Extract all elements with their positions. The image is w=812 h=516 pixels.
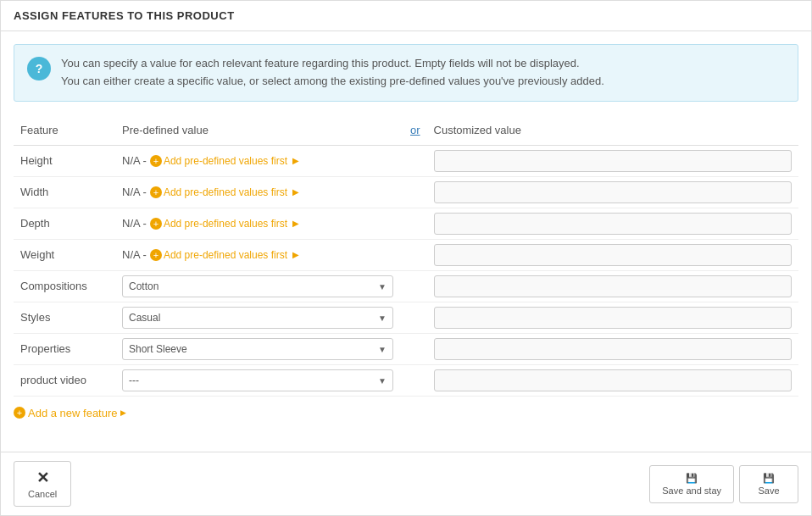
page-header: ASSIGN FEATURES TO THIS PRODUCT [1,1,811,31]
custom-cell [427,364,798,396]
custom-value-input[interactable] [434,338,792,360]
na-text: N/A - [122,217,147,230]
page-title: ASSIGN FEATURES TO THIS PRODUCT [14,9,798,22]
or-cell [403,302,427,333]
or-cell [403,333,427,364]
predef-plus-icon: + [150,155,162,167]
predef-cell: N/A - +Add pre-defined values first ▶ [115,208,403,239]
predef-ext-icon: ▶ [292,250,299,259]
feature-name: Compositions [14,270,115,302]
custom-cell [427,208,798,239]
or-cell [403,176,427,208]
table-row: Width N/A - +Add pre-defined values firs… [14,176,798,208]
table-row: StylesCasualFormalSport [14,302,798,333]
predef-select[interactable]: Short SleeveLong SleeveSleeveless [122,338,393,360]
feature-name: Styles [14,302,115,333]
predef-cell: CasualFormalSport [115,302,403,333]
table-row: Depth N/A - +Add pre-defined values firs… [14,208,798,239]
add-feature-label: Add a new feature [28,407,118,419]
feature-name: Height [14,145,115,176]
or-cell [403,208,427,239]
table-row: product video--- [14,364,798,396]
custom-cell [427,333,798,364]
custom-cell [427,145,798,176]
add-predef-link[interactable]: +Add pre-defined values first [150,249,287,261]
predef-ext-icon: ▶ [292,219,299,228]
predef-select[interactable]: CasualFormalSport [122,307,393,329]
info-text: You can specify a value for each relevan… [61,55,604,91]
predef-cell: Short SleeveLong SleeveSleeveless [115,333,403,364]
save-and-stay-button[interactable]: 💾 Save and stay [649,465,734,503]
cancel-label: Cancel [28,489,57,499]
features-table: Feature Pre-defined value or Customized … [14,119,798,397]
cancel-button[interactable]: ✕ Cancel [14,461,71,507]
predef-ext-icon: ▶ [292,187,299,197]
table-row: Weight N/A - +Add pre-defined values fir… [14,239,798,270]
content-area: ? You can specify a value for each relev… [1,31,811,452]
right-buttons: 💾 Save and stay 💾 Save [649,465,798,503]
custom-value-input[interactable] [434,213,792,235]
col-header-or: or [403,119,427,146]
add-predef-link[interactable]: +Add pre-defined values first [150,155,287,167]
or-cell [403,239,427,270]
col-header-feature: Feature [14,119,115,146]
add-feature-link[interactable]: + Add a new feature ▶ [14,407,126,419]
col-header-custom: Customized value [427,119,798,146]
predef-cell: CottonPolyesterWool [115,270,403,302]
feature-name: product video [14,364,115,396]
add-feature-plus-icon: + [14,407,25,419]
feature-name: Width [14,176,115,208]
info-icon: ? [27,57,51,80]
custom-value-input[interactable] [434,369,792,391]
save-stay-label: Save and stay [662,485,721,496]
custom-value-input[interactable] [434,181,792,203]
custom-value-input[interactable] [434,307,792,329]
predef-cell: N/A - +Add pre-defined values first ▶ [115,239,403,270]
custom-value-input[interactable] [434,150,792,172]
table-row: Height N/A - +Add pre-defined values fir… [14,145,798,176]
or-cell [403,364,427,396]
na-text: N/A - [122,154,147,167]
custom-cell [427,302,798,333]
custom-value-input[interactable] [434,244,792,266]
or-cell [403,270,427,302]
save-stay-floppy-icon: 💾 [686,473,698,484]
custom-cell [427,239,798,270]
predef-plus-icon: + [150,218,162,230]
predef-cell: N/A - +Add pre-defined values first ▶ [115,176,403,208]
custom-value-input[interactable] [434,275,792,297]
footer-bar: ✕ Cancel 💾 Save and stay 💾 Save [1,452,811,515]
save-floppy-icon: 💾 [763,473,775,484]
info-box: ? You can specify a value for each relev… [14,44,798,102]
table-row: PropertiesShort SleeveLong SleeveSleevel… [14,333,798,364]
predef-cell: --- [115,364,403,396]
add-predef-link[interactable]: +Add pre-defined values first [150,218,287,230]
custom-cell [427,176,798,208]
feature-name: Depth [14,208,115,239]
or-cell [403,145,427,176]
predef-plus-icon: + [150,249,162,261]
predef-plus-icon: + [150,186,162,198]
predef-cell: N/A - +Add pre-defined values first ▶ [115,145,403,176]
cancel-x-icon: ✕ [36,469,49,487]
predef-ext-icon: ▶ [292,156,299,165]
feature-name: Weight [14,239,115,270]
na-text: N/A - [122,186,147,198]
predef-select[interactable]: CottonPolyesterWool [122,275,393,297]
table-row: CompositionsCottonPolyesterWool [14,270,798,302]
feature-name: Properties [14,333,115,364]
custom-cell [427,270,798,302]
save-button[interactable]: 💾 Save [739,465,798,503]
na-text: N/A - [122,248,147,261]
save-label: Save [758,485,779,496]
col-header-predef: Pre-defined value [115,119,403,146]
add-feature-ext-icon: ▶ [120,408,126,417]
predef-select[interactable]: --- [122,369,393,391]
add-predef-link[interactable]: +Add pre-defined values first [150,186,287,198]
